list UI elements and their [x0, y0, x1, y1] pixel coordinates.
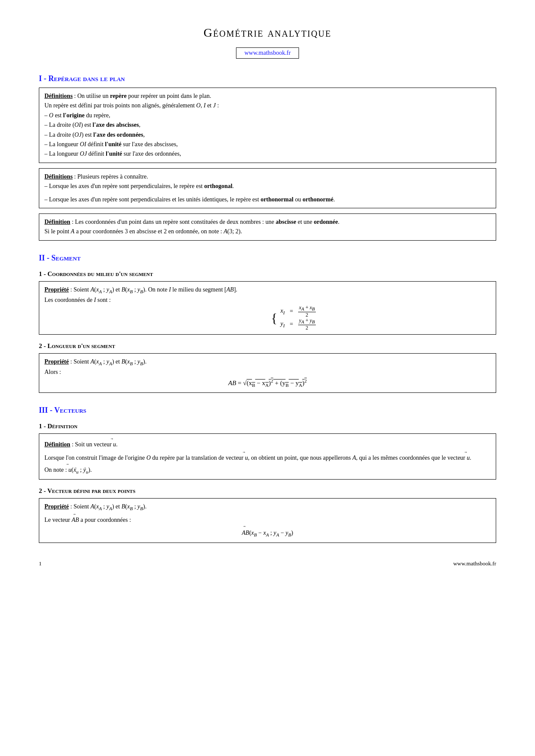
section1-box1: Définitions : On utilise un repère pour …	[39, 88, 496, 163]
sub3-1-line3: On note : ⃗u(x⃗u ; y⃗u).	[44, 463, 491, 476]
box3-line2: Si le point A a pour coordonnées 3 en ab…	[44, 227, 491, 236]
section3-sub2-title: 2 - Vecteur défini par deux points	[39, 487, 496, 495]
section1-box3: Définition : Les coordonnées d'un point …	[39, 213, 496, 241]
section2-title: II - Segment	[39, 254, 496, 263]
website-label: www.mathsbook.fr	[236, 47, 299, 59]
footer: 1 www.mathsbook.fr	[39, 560, 496, 567]
box1-bullet1: – O est l'origine du repère,	[44, 111, 491, 120]
website-box: www.mathsbook.fr	[39, 47, 496, 59]
sub1-formula: { xI = xA + xB2 yI = yA + yB2	[44, 305, 491, 330]
sub3-1-label: Définition	[44, 441, 70, 448]
box2-line1: Définitions : Plusieurs repères à connaî…	[44, 172, 491, 182]
box3-line1: Définition : Les coordonnées d'un point …	[44, 217, 491, 227]
section1-title: I - Repérage dans le plan	[39, 74, 496, 83]
box2-line2: – Lorsque les axes d'un repère sont perp…	[44, 182, 491, 191]
footer-site: www.mathsbook.fr	[453, 560, 496, 567]
box1-bullet4: – La longueur OI définit l'unité sur l'a…	[44, 140, 491, 149]
sub1-box-line1: Propriété : Soient A(xA ; yA) et B(xB ; …	[44, 285, 491, 295]
box1-label: Définitions	[44, 93, 72, 99]
box1-line2: Un repère est défini par trois points no…	[44, 101, 491, 110]
sub2-box-line2: Alors :	[44, 367, 491, 377]
sub3-2-label: Propriété	[44, 503, 69, 510]
sub3-1-line1: Définition : Soit un vecteur ⃗u.	[44, 437, 491, 449]
sub3-1-line2: Lorsque l'on construit l'image de l'orig…	[44, 451, 491, 463]
section2-sub1-title: 1 - Coordonnées du milieu d'un segment	[39, 270, 496, 278]
box3-label: Définition	[44, 219, 70, 225]
box1-bullet2: – La droite (OI) est l'axe des abscisses…	[44, 120, 491, 130]
section3-sub1-title: 1 - Définition	[39, 423, 496, 430]
section3-sub1-box: Définition : Soit un vecteur ⃗u. Lorsque…	[39, 433, 496, 480]
section3-sub2-box: Propriété : Soient A(xA ; yA) et B(xB ; …	[39, 498, 496, 543]
box2-line3: – Lorsque les axes d'un repère sont perp…	[44, 195, 491, 204]
sub2-formula: AB = √(xB − xA)2 + (yB − yA)2	[44, 377, 491, 389]
page-title: Géométrie analytique	[39, 26, 496, 40]
sub1-box-label: Propriété	[44, 286, 69, 293]
sub1-box-line2: Les coordonnées de I sont :	[44, 295, 491, 305]
sub3-2-line1: Propriété : Soient A(xA ; yA) et B(xB ; …	[44, 502, 491, 512]
section2-sub2-title: 2 - Longueur d'un segment	[39, 342, 496, 350]
box1-bullet3: – La droite (OJ) est l'axe des ordonnées…	[44, 130, 491, 140]
section1-box2: Définitions : Plusieurs repères à connaî…	[39, 168, 496, 208]
sub3-2-line2: Le vecteur ⃗AB a pour coordonnées :	[44, 513, 491, 525]
box1-line1: Définitions : On utilise un repère pour …	[44, 91, 491, 101]
sub2-box-label: Propriété	[44, 358, 69, 365]
section3-title: III - Vecteurs	[39, 406, 496, 415]
sub3-2-formula: ⃗AB(xB − xA ; yA − yB)	[44, 525, 491, 539]
section2-sub2-box: Propriété : Soient A(xA ; yA) et B(xB ; …	[39, 353, 496, 393]
section2-sub1-box: Propriété : Soient A(xA ; yA) et B(xB ; …	[39, 281, 496, 335]
box2-label: Définitions	[44, 173, 72, 180]
sub2-box-line1: Propriété : Soient A(xA ; yA) et B(xB ; …	[44, 357, 491, 367]
footer-page: 1	[39, 560, 42, 567]
box1-bullet5: – La longueur OJ définit l'unité sur l'a…	[44, 149, 491, 159]
